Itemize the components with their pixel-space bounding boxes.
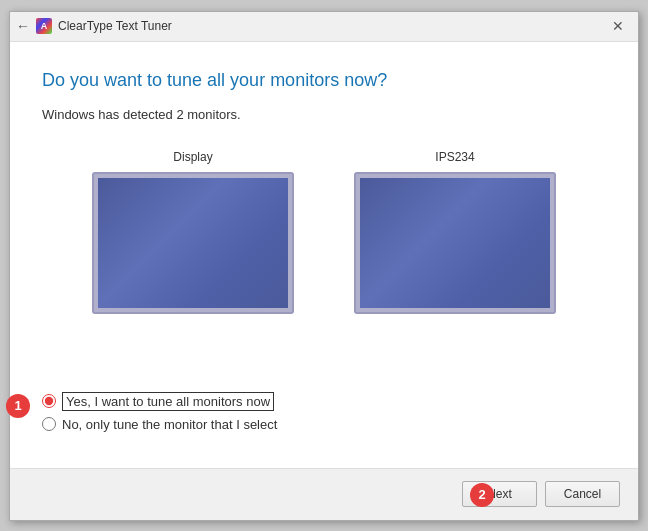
close-button[interactable]: ✕: [606, 14, 630, 38]
cancel-button[interactable]: Cancel: [545, 481, 620, 507]
monitor-1-label: Display: [173, 150, 212, 164]
footer: 2 Next Cancel: [10, 468, 638, 520]
titlebar-left: ← A ClearType Text Tuner: [16, 18, 172, 34]
monitor-1-frame: [92, 172, 294, 314]
titlebar: ← A ClearType Text Tuner ✕: [10, 12, 638, 42]
option-no-radio[interactable]: [42, 417, 56, 431]
detected-monitors-text: Windows has detected 2 monitors.: [42, 107, 606, 122]
back-button[interactable]: ←: [16, 18, 30, 34]
monitor-2-label: IPS234: [435, 150, 474, 164]
badge-2: 2: [470, 483, 494, 507]
monitor-2-screen: [360, 178, 550, 308]
main-content: Do you want to tune all your monitors no…: [10, 42, 638, 468]
app-icon: A: [36, 18, 52, 34]
option-yes-radio[interactable]: [42, 394, 56, 408]
window-title: ClearType Text Tuner: [58, 19, 172, 33]
monitor-1-screen: [98, 178, 288, 308]
badge-1: 1: [6, 394, 30, 418]
monitors-display: Display IPS234: [42, 150, 606, 360]
monitor-2-container: IPS234: [354, 150, 556, 360]
option-no[interactable]: No, only tune the monitor that I select: [42, 417, 606, 432]
monitor-1-container: Display: [92, 150, 294, 360]
page-title: Do you want to tune all your monitors no…: [42, 70, 606, 91]
option-yes-label: Yes, I want to tune all monitors now: [62, 392, 274, 411]
option-yes[interactable]: Yes, I want to tune all monitors now: [42, 392, 606, 411]
cleartype-window: ← A ClearType Text Tuner ✕ Do you want t…: [9, 11, 639, 521]
option-no-label: No, only tune the monitor that I select: [62, 417, 277, 432]
monitor-2-frame: [354, 172, 556, 314]
options-section: 1 Yes, I want to tune all monitors now N…: [42, 392, 606, 432]
